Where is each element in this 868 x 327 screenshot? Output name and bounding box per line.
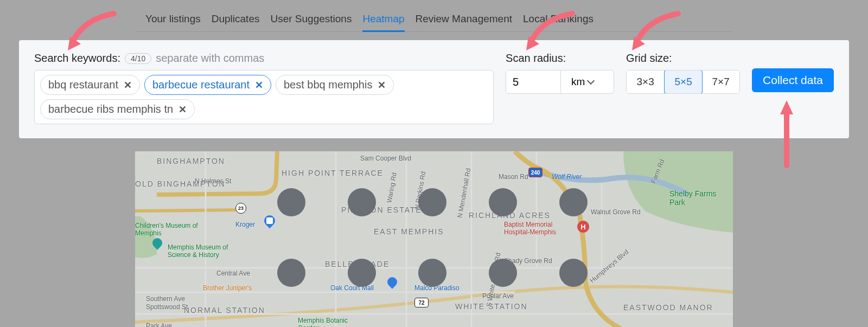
close-icon[interactable]: ✕: [178, 105, 187, 114]
radius-control: km: [506, 70, 614, 94]
chevron-down-icon: [587, 77, 595, 85]
grid-size-control: 3×3 5×5 7×7: [626, 70, 740, 94]
map-neighborhood: BINGHAMPTON: [157, 157, 225, 165]
keywords-input[interactable]: bbq restaurant ✕ barbecue restaurant ✕ b…: [34, 70, 494, 124]
tabs-container: Your listings Duplicates User Suggestion…: [0, 0, 868, 32]
map-road: Spottswood St: [146, 303, 188, 311]
heatmap-dot: [348, 188, 376, 216]
map-neighborhood: EAST MEMPHIS: [374, 227, 444, 236]
map-pin-icon: H: [577, 221, 589, 233]
highway-shield: 23: [235, 203, 246, 214]
radius-unit-value: km: [571, 76, 585, 88]
map-neighborhood: HIGH POINT TERRACE: [282, 169, 384, 177]
heatmap-dot: [489, 259, 517, 287]
heatmap-config-panel: Search keywords: 4/10 separate with comm…: [19, 40, 849, 138]
keyword-chip-label: best bbq memphis: [284, 79, 372, 91]
keywords-label: Search keywords:: [34, 52, 120, 65]
keyword-chip-label: barbecue restaurant: [152, 79, 250, 91]
map-road: Wolf River: [552, 173, 582, 181]
map-poi: Baptist Memorial Hospital-Memphis: [504, 221, 575, 236]
keyword-chip[interactable]: best bbq memphis ✕: [276, 75, 394, 95]
tabs: Your listings Duplicates User Suggestion…: [136, 0, 732, 32]
keyword-chip[interactable]: barbecue ribs memphis tn ✕: [40, 99, 195, 119]
map-poi: Shelby Farms Park: [669, 189, 718, 207]
heatmap-dot: [277, 188, 305, 216]
heatmap-dot: [559, 188, 588, 216]
tab-duplicates[interactable]: Duplicates: [212, 13, 260, 32]
map-poi: Memphis Botanic Garden: [298, 317, 363, 327]
map-poi: Memphis Museum of Science & History: [168, 243, 249, 259]
keyword-chip-label: barbecue ribs memphis tn: [48, 103, 173, 116]
tab-review-management[interactable]: Review Management: [416, 13, 512, 32]
tab-local-rankings[interactable]: Local Rankings: [523, 13, 593, 32]
heatmap-dot: [418, 259, 446, 287]
collect-data-button[interactable]: Collect data: [752, 68, 834, 92]
map-road: Park Ave: [146, 322, 172, 327]
keywords-column: Search keywords: 4/10 separate with comm…: [34, 52, 494, 124]
map-preview[interactable]: BINGHAMPTON OLD BINGHAMPTON HIGH POINT T…: [135, 151, 733, 327]
grid-option-5x5[interactable]: 5×5: [664, 70, 703, 94]
grid-option-7x7[interactable]: 7×7: [702, 70, 739, 93]
heatmap-dot: [489, 188, 517, 216]
radius-unit-select[interactable]: km: [560, 70, 604, 93]
map-road: Walnut Grove Rd: [591, 208, 641, 216]
close-icon[interactable]: ✕: [255, 80, 263, 90]
map-road: Southern Ave: [146, 295, 185, 303]
close-icon[interactable]: ✕: [124, 80, 132, 90]
map-road: Mason Rd: [499, 173, 528, 181]
keywords-hint: separate with commas: [156, 52, 264, 65]
heatmap-dot: [348, 259, 376, 287]
map-road: Sam Cooper Blvd: [360, 155, 411, 162]
map-neighborhood: NORMAL STATION: [184, 306, 265, 315]
tab-heatmap[interactable]: Heatmap: [362, 13, 404, 32]
map-neighborhood: EASTWOOD MANOR: [623, 303, 713, 312]
heatmap-dot: [418, 188, 446, 216]
map-road: Central Ave: [216, 270, 250, 277]
grid-option-3x3[interactable]: 3×3: [627, 70, 665, 93]
grid-label: Grid size:: [626, 52, 672, 65]
close-icon[interactable]: ✕: [378, 80, 386, 90]
heatmap-dot: [277, 259, 305, 287]
grid-column: Grid size: 3×3 5×5 7×7: [626, 52, 740, 94]
map-poi: Children's Museum of Memphis: [135, 222, 200, 237]
map-road: N Holmes St: [195, 177, 231, 185]
highway-shield: 72: [414, 298, 429, 307]
radius-input[interactable]: [506, 70, 560, 93]
highway-shield: 240: [528, 168, 542, 177]
radius-column: Scan radius: km: [506, 52, 614, 94]
tab-your-listings[interactable]: Your listings: [145, 13, 201, 32]
keyword-chip[interactable]: barbecue restaurant ✕: [144, 75, 271, 95]
map-poi: Brother Juniper's: [203, 284, 252, 292]
radius-label: Scan radius:: [506, 52, 566, 65]
keywords-counter: 4/10: [125, 53, 151, 64]
tab-user-suggestions[interactable]: User Suggestions: [270, 13, 352, 32]
keyword-chip[interactable]: bbq restaurant ✕: [40, 75, 140, 95]
heatmap-dot: [559, 259, 588, 287]
keyword-chip-label: bbq restaurant: [48, 79, 118, 91]
map-poi: Kroger: [235, 221, 255, 228]
